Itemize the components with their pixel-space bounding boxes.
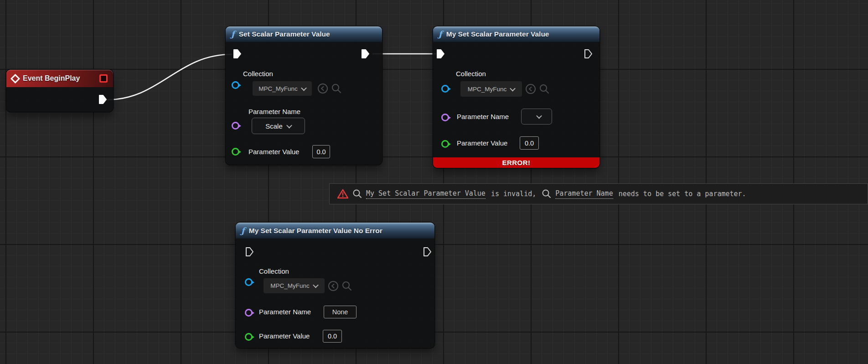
compiler-message-bar: My Set Scalar Parameter Value is invalid… [329, 183, 868, 204]
collection-dropdown-value: MPC_MyFunc [468, 86, 507, 93]
parameter-name-pin-label: Parameter Name [248, 108, 300, 115]
delegate-square-icon[interactable] [99, 74, 108, 83]
collection-pin[interactable] [441, 85, 449, 93]
search-icon [352, 189, 362, 199]
node-title: Set Scalar Parameter Value [239, 30, 330, 38]
exec-input-pin[interactable] [232, 48, 242, 59]
parameter-value-pin[interactable] [245, 333, 253, 341]
blueprint-graph-canvas[interactable]: Event BeginPlay ƒ Set Scalar Parameter V… [0, 0, 868, 364]
browse-asset-icon[interactable] [341, 281, 352, 291]
parameter-name-dropdown[interactable] [521, 109, 552, 125]
node-my-set-scalar-parameter-value-no-error[interactable]: ƒ My Set Scalar Parameter Value No Error… [236, 223, 434, 348]
collection-dropdown-value: MPC_MyFunc [270, 282, 310, 289]
collection-pin-label: Collection [259, 267, 289, 275]
message-text: is invalid, [489, 190, 538, 198]
parameter-value-pin[interactable] [232, 148, 239, 156]
chevron-down-icon [536, 113, 542, 119]
collection-dropdown[interactable]: MPC_MyFunc [253, 81, 312, 96]
collection-dropdown[interactable]: MPC_MyFunc [264, 278, 325, 293]
chevron-down-icon [301, 85, 307, 91]
collection-dropdown-value: MPC_MyFunc [258, 85, 298, 92]
node-my-set-scalar-parameter-value[interactable]: ƒ My Set Scalar Parameter Value Collecti… [433, 26, 599, 168]
message-pin-link[interactable]: Parameter Name [555, 189, 613, 199]
parameter-name-pin-label: Parameter Name [259, 308, 311, 316]
chevron-down-icon [510, 85, 516, 91]
event-diamond-icon [10, 73, 20, 83]
function-icon: ƒ [231, 30, 235, 38]
node-title: My Set Scalar Parameter Value No Error [249, 227, 382, 235]
node-header: Event BeginPlay [6, 70, 113, 87]
node-title: My Set Scalar Parameter Value [446, 30, 549, 38]
use-selected-asset-icon[interactable] [525, 83, 536, 94]
exec-output-pin[interactable] [360, 48, 370, 59]
collection-pin[interactable] [245, 278, 253, 286]
parameter-name-dropdown-value: Scale [265, 122, 283, 130]
function-icon: ƒ [241, 227, 245, 235]
node-event-beginplay[interactable]: Event BeginPlay [6, 70, 113, 112]
parameter-value-pin-label: Parameter Value [457, 139, 507, 147]
function-icon: ƒ [439, 30, 442, 38]
parameter-value-input[interactable]: 0.0 [323, 330, 342, 343]
parameter-name-pin[interactable] [232, 122, 239, 130]
warning-triangle-icon [337, 188, 349, 199]
chevron-down-icon [286, 122, 292, 128]
collection-pin-label: Collection [243, 70, 273, 78]
wire-beginplay-to-setscalar [106, 54, 232, 100]
parameter-value-pin[interactable] [441, 140, 449, 148]
parameter-name-pin-label: Parameter Name [457, 113, 509, 120]
collection-pin-label: Collection [456, 70, 486, 78]
collection-dropdown[interactable]: MPC_MyFunc [460, 81, 522, 97]
message-text-tail: needs to be set to a parameter. [617, 190, 748, 198]
exec-output-pin[interactable] [583, 48, 593, 59]
use-selected-asset-icon[interactable] [317, 83, 328, 94]
collection-pin[interactable] [232, 81, 239, 89]
search-icon [542, 189, 552, 199]
parameter-name-pin[interactable] [441, 114, 449, 121]
message-node-link[interactable]: My Set Scalar Parameter Value [366, 189, 486, 199]
parameter-value-pin-label: Parameter Value [259, 332, 310, 340]
parameter-name-dropdown[interactable]: Scale [252, 118, 305, 134]
use-selected-asset-icon[interactable] [328, 281, 339, 291]
parameter-value-input[interactable]: 0.0 [520, 136, 539, 150]
node-header: ƒ Set Scalar Parameter Value [226, 26, 382, 42]
node-header: ƒ My Set Scalar Parameter Value No Error [236, 223, 434, 239]
node-error-banner: ERROR! [433, 157, 599, 168]
exec-output-pin[interactable] [422, 246, 432, 257]
browse-asset-icon[interactable] [539, 83, 550, 94]
node-header: ƒ My Set Scalar Parameter Value [433, 26, 599, 42]
parameter-name-pin[interactable] [245, 309, 253, 317]
exec-input-pin[interactable] [244, 246, 254, 257]
browse-asset-icon[interactable] [331, 83, 342, 94]
exec-output-pin[interactable] [98, 94, 108, 105]
parameter-value-pin-label: Parameter Value [248, 148, 299, 156]
chevron-down-icon [313, 282, 319, 288]
node-title: Event BeginPlay [23, 74, 80, 83]
exec-input-pin[interactable] [435, 48, 445, 59]
parameter-name-input[interactable]: None [324, 306, 356, 318]
node-set-scalar-parameter-value[interactable]: ƒ Set Scalar Parameter Value Collection … [226, 26, 382, 165]
parameter-value-input[interactable]: 0.0 [312, 145, 330, 158]
